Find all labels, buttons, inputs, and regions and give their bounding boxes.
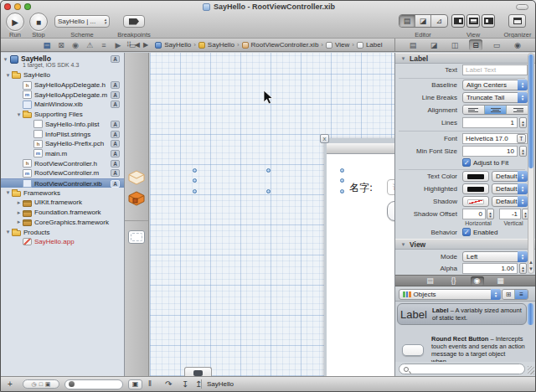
- shadow-offset-h-field[interactable]: 0: [462, 209, 486, 219]
- selection-handle[interactable]: [340, 178, 344, 183]
- back-button[interactable]: ◀: [135, 41, 140, 49]
- navigator-row[interactable]: InfoPlist.stringsA: [1, 129, 124, 139]
- alpha-field[interactable]: 1.00: [462, 263, 518, 274]
- version-editor-button[interactable]: ⊿: [431, 15, 447, 27]
- text-color-well[interactable]: [462, 171, 489, 182]
- connections-inspector-tab[interactable]: ◉: [511, 39, 524, 50]
- navigator-row[interactable]: ▾Frameworks: [1, 188, 124, 198]
- baseline-popup[interactable]: Align Centers ▴▾: [462, 80, 528, 90]
- navigator-row[interactable]: MainWindow.xibA: [1, 100, 124, 110]
- disclosure-triangle[interactable]: ▾: [400, 241, 406, 248]
- assistant-editor-button[interactable]: ◪: [415, 15, 431, 27]
- objects-library-tab[interactable]: ◉: [471, 276, 484, 286]
- navigator-row[interactable]: mmain.mA: [1, 149, 124, 159]
- library-item-round-rect-button[interactable]: Round Rect Button – Intercepts touch eve…: [397, 333, 527, 362]
- navigator-row[interactable]: ▸UIKit.framework: [1, 198, 124, 208]
- breadcrumb-item[interactable]: RootViewController.xib: [242, 41, 319, 49]
- navigator-row[interactable]: SayHello-Info.plistA: [1, 120, 124, 130]
- lines-stepper[interactable]: ▴▾: [519, 117, 527, 128]
- align-center-segment[interactable]: [485, 106, 507, 114]
- inspector-scrollbar[interactable]: ▲ ▼: [528, 53, 534, 274]
- disclosure-triangle[interactable]: ▾: [15, 111, 23, 118]
- selection-handle[interactable]: [266, 189, 271, 193]
- files-owner-icon[interactable]: [128, 170, 145, 185]
- view-object-icon[interactable]: [128, 230, 145, 244]
- enabled-checkbox[interactable]: ✓: [462, 228, 471, 236]
- list-view-button[interactable]: ≡: [515, 290, 528, 299]
- code-snippets-library-tab[interactable]: {}: [447, 276, 461, 286]
- name-label[interactable]: 名字:: [349, 181, 373, 195]
- breadcrumb-item[interactable]: SayHello: [155, 41, 191, 49]
- shadow-offset-v-field[interactable]: -1: [499, 209, 521, 219]
- breakpoints-button[interactable]: [123, 15, 145, 28]
- disclosure-triangle[interactable]: ▾: [4, 189, 12, 196]
- add-button[interactable]: +: [8, 379, 13, 389]
- navigator-row[interactable]: ▾SayHello: [1, 70, 124, 80]
- scm-status-icon[interactable]: □: [39, 381, 43, 387]
- step-over-button[interactable]: ↷: [165, 379, 172, 389]
- section-header-label[interactable]: ▾ Label: [395, 53, 535, 64]
- navigator-filter-field[interactable]: [64, 379, 123, 389]
- toggle-navigator-button[interactable]: [451, 14, 465, 28]
- line-breaks-popup[interactable]: Truncate Tail ▴▾: [462, 92, 528, 103]
- library-search-field[interactable]: [399, 364, 525, 374]
- disclosure-triangle[interactable]: ▾: [400, 55, 406, 62]
- quick-help-inspector-tab[interactable]: ◪: [427, 39, 441, 50]
- min-font-size-field[interactable]: 10: [462, 146, 518, 157]
- selection-handle[interactable]: [340, 189, 344, 193]
- project-row[interactable]: ▾ SayHello 1 target, iOS SDK 4.3 A: [1, 54, 124, 70]
- highlighted-color-popup[interactable]: Default ▴▾: [492, 183, 528, 194]
- lines-field[interactable]: 1: [462, 117, 518, 128]
- standard-editor-button[interactable]: ▤: [399, 15, 415, 27]
- shadow-offset-h-stepper[interactable]: ▴▾: [487, 209, 494, 219]
- identity-inspector-tab[interactable]: ◫: [448, 39, 461, 50]
- selection-handle[interactable]: [193, 168, 197, 173]
- scheme-popup[interactable]: SayHello | ... ▴▾: [54, 15, 110, 28]
- scrollbar-thumb[interactable]: [528, 54, 533, 168]
- file-inspector-tab[interactable]: ▤: [406, 39, 420, 50]
- shadow-color-popup[interactable]: Default ▴▾: [492, 196, 528, 207]
- minimize-window-button[interactable]: [14, 3, 21, 10]
- alpha-stepper[interactable]: ▴▾: [519, 263, 527, 274]
- filter-buttons[interactable]: ◷ □ ▣: [23, 379, 59, 389]
- selection-handle[interactable]: [193, 178, 197, 183]
- organizer-button[interactable]: [508, 14, 526, 28]
- disclosure-triangle[interactable]: ▾: [2, 56, 9, 63]
- font-picker-button[interactable]: T: [517, 134, 526, 143]
- breadcrumb-item[interactable]: Label: [357, 41, 383, 49]
- size-inspector-tab[interactable]: ▭: [490, 39, 503, 50]
- disclosure-triangle[interactable]: ▾: [4, 229, 12, 235]
- step-into-button[interactable]: ↧: [182, 379, 188, 389]
- pause-button[interactable]: Ⅱ: [148, 380, 152, 388]
- align-left-segment[interactable]: [463, 106, 485, 114]
- navigator-row[interactable]: ▾Products: [1, 227, 124, 237]
- breadcrumb-item[interactable]: SayHello: [198, 41, 234, 49]
- breakpoints-navigator-icon[interactable]: ▶: [114, 41, 122, 49]
- disclosure-triangle[interactable]: ▸: [15, 199, 23, 206]
- library-scope-popup[interactable]: Objects ▴▾: [399, 289, 501, 300]
- close-window-button[interactable]: [4, 3, 11, 10]
- mode-popup[interactable]: Left ▴▾: [462, 251, 528, 262]
- library-item-label[interactable]: LabelLabel – A variably sized amount of …: [397, 303, 527, 325]
- related-items-icon[interactable]: ⠿: [126, 41, 131, 49]
- text-color-popup[interactable]: Default ▴▾: [492, 171, 528, 182]
- toggle-debug-area-button[interactable]: [466, 14, 480, 28]
- disclosure-triangle[interactable]: ▾: [4, 72, 12, 79]
- stop-button[interactable]: ■: [29, 13, 48, 31]
- navigator-row[interactable]: mSayHelloAppDelegate.mA: [1, 90, 124, 100]
- scroll-up-arrow[interactable]: ▲: [528, 260, 533, 265]
- forward-button[interactable]: ▶: [143, 41, 148, 49]
- zoom-window-button[interactable]: [24, 3, 31, 10]
- navigator-row[interactable]: ▸Foundation.framework: [1, 208, 124, 218]
- navigator-row[interactable]: hSayHello-Prefix.pchA: [1, 139, 124, 149]
- ib-canvas[interactable]: x 名字: 请输入名字 招呼: [150, 53, 394, 376]
- min-font-size-stepper[interactable]: ▴▾: [519, 146, 527, 157]
- issues-navigator-icon[interactable]: ⚠: [85, 41, 94, 49]
- unsaved-files-icon[interactable]: ▣: [45, 381, 51, 388]
- adjust-to-fit-checkbox[interactable]: ✓: [462, 158, 471, 167]
- align-right-segment[interactable]: [507, 106, 528, 114]
- scrollbar-thumb[interactable]: [528, 303, 533, 325]
- breadcrumb-item[interactable]: View: [326, 41, 349, 49]
- selection-handle[interactable]: [340, 168, 344, 173]
- highlighted-color-well[interactable]: [462, 183, 489, 194]
